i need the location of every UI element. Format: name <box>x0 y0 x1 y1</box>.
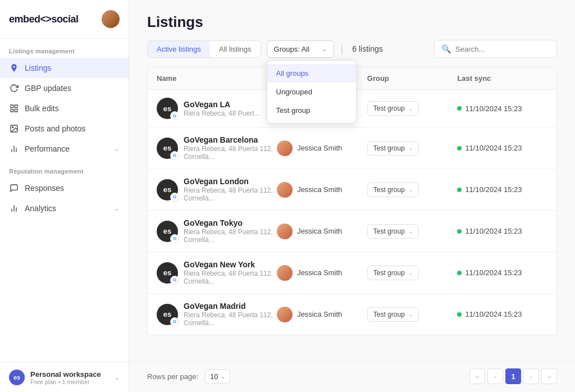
google-badge-5: G <box>170 276 179 285</box>
user-avatar[interactable] <box>102 10 120 28</box>
group-label-5: Test group <box>373 269 405 277</box>
group-cell-2: Test group ⌄ <box>367 141 458 156</box>
sidebar-item-gbp-updates[interactable]: GBP updates <box>0 78 129 98</box>
sync-cell-3: 11/10/2024 15:23 <box>457 185 547 194</box>
chart-icon <box>9 144 19 154</box>
logo-area: embed<>social <box>0 0 129 39</box>
listings-tab-group: Active listings All listings <box>147 40 261 58</box>
page-prev-btn[interactable]: ‹ <box>487 368 503 384</box>
listing-info-1: es G GoVegan LA Riera Rebeca, 48 Puert..… <box>157 98 277 119</box>
sidebar-item-responses[interactable]: Responses <box>0 178 129 198</box>
group-chevron-6: ⌄ <box>408 311 413 317</box>
group-cell-6: Test group ⌄ <box>367 307 458 322</box>
group-badge-5[interactable]: Test group ⌄ <box>367 266 419 280</box>
listing-info-2: es G GoVegan Barcelona Riera Rebeca, 48 … <box>157 135 277 161</box>
sidebar-item-analytics[interactable]: Analytics ⌄ <box>0 198 129 218</box>
sync-time-5: 11/10/2024 15:23 <box>465 268 522 277</box>
table-row: es G GoVegan Barcelona Riera Rebeca, 48 … <box>148 127 556 169</box>
refresh-icon <box>9 83 19 93</box>
listing-avatar-6: es G <box>157 304 178 325</box>
sidebar-item-listings[interactable]: Listings <box>0 58 129 78</box>
rows-per-page-label: Rows per page: <box>147 372 198 381</box>
sync-time-3: 11/10/2024 15:23 <box>465 185 522 194</box>
group-chevron-3: ⌄ <box>408 186 413 193</box>
group-badge-6[interactable]: Test group ⌄ <box>367 307 419 322</box>
page-title: Listings <box>147 13 557 31</box>
rows-per-page-select[interactable]: 10 ⌄ <box>205 370 230 384</box>
assignee-cell-4: Jessica Smith <box>277 224 367 239</box>
page-next-btn[interactable]: › <box>523 368 539 384</box>
listing-address-1: Riera Rebeca, 48 Puert... <box>184 110 259 117</box>
sidebar-item-performance-label: Performance <box>25 144 108 153</box>
section-label-reputation-mgmt: Reputation management <box>0 159 129 178</box>
assignee-avatar-5 <box>277 265 293 281</box>
listing-avatar-text-6: es <box>163 310 171 318</box>
page-num-1-btn[interactable]: 1 <box>505 368 521 384</box>
listing-avatar-text-3: es <box>163 185 171 194</box>
group-badge-4[interactable]: Test group ⌄ <box>367 224 419 239</box>
sidebar-footer[interactable]: es Personal workspace Free plan • 1 memb… <box>0 362 129 392</box>
listing-avatar-5: es G <box>157 262 178 284</box>
sidebar-nav: Listings management Listings GBP updates… <box>0 39 129 362</box>
listing-info-5: es G GoVegan New York Riera Rebeca, 48 P… <box>157 260 277 285</box>
listing-name-3: GoVegan London <box>184 177 277 186</box>
group-label-3: Test group <box>373 186 405 194</box>
assignee-cell-5: Jessica Smith <box>277 265 367 281</box>
dropdown-item-ungrouped[interactable]: Ungrouped <box>267 83 356 101</box>
footer-workspace-name: Personal workspace <box>30 370 108 379</box>
dropdown-item-test-group[interactable]: Test group <box>267 101 356 120</box>
group-badge-3[interactable]: Test group ⌄ <box>367 183 419 197</box>
listing-avatar-3: es G <box>157 179 178 200</box>
group-badge-2[interactable]: Test group ⌄ <box>367 141 419 156</box>
sidebar-item-performance[interactable]: Performance ⌄ <box>0 139 129 159</box>
sync-time-2: 11/10/2024 15:23 <box>465 144 522 152</box>
listing-avatar-text-5: es <box>163 268 171 277</box>
group-cell-4: Test group ⌄ <box>367 224 458 239</box>
sync-dot-6 <box>457 312 462 317</box>
tab-all-listings[interactable]: All listings <box>210 41 261 57</box>
listing-info-4: es G GoVegan Tokyo Riera Rebeca, 48 Puer… <box>157 218 277 244</box>
listing-text-5: GoVegan New York Riera Rebeca, 48 Puerta… <box>184 260 277 285</box>
groups-dropdown-menu: All groups Ungrouped Test group <box>267 60 357 124</box>
groups-dropdown-chevron-icon: ⌄ <box>322 45 327 53</box>
group-chevron-1: ⌄ <box>408 106 413 112</box>
toolbar-divider: | <box>341 43 344 55</box>
listing-info-3: es G GoVegan London Riera Rebeca, 48 Pue… <box>157 177 277 202</box>
sidebar-item-posts-photos[interactable]: Posts and photos <box>0 118 129 139</box>
groups-btn-label: Groups: All <box>274 45 310 53</box>
svg-point-5 <box>12 127 13 128</box>
assignee-name-6: Jessica Smith <box>297 310 342 318</box>
sidebar-item-bulk-edits[interactable]: Bulk edits <box>0 98 129 118</box>
google-badge-4: G <box>170 234 179 243</box>
svg-rect-2 <box>11 109 13 112</box>
main-content: Listings Active listings All listings Gr… <box>129 0 575 392</box>
dropdown-item-all-groups[interactable]: All groups <box>267 64 356 83</box>
group-label-1: Test group <box>373 104 405 112</box>
listing-avatar-1: es G <box>157 98 178 119</box>
col-name: Name <box>157 74 277 83</box>
groups-dropdown-button[interactable]: Groups: All ⌄ <box>267 40 334 58</box>
google-badge-3: G <box>170 193 179 202</box>
listing-name-5: GoVegan New York <box>184 260 277 269</box>
assignee-cell-3: Jessica Smith <box>277 182 367 198</box>
listing-avatar-4: es G <box>157 221 178 242</box>
sidebar-item-responses-label: Responses <box>25 184 120 193</box>
page-first-btn[interactable]: « <box>469 368 485 384</box>
pagination-bar: Rows per page: 10 ⌄ « ‹ 1 › » <box>129 360 575 392</box>
table-row: es G GoVegan London Riera Rebeca, 48 Pue… <box>148 169 556 211</box>
message-icon <box>9 183 19 193</box>
footer-plan-info: Free plan • 1 member <box>30 379 108 385</box>
image-icon <box>9 124 19 134</box>
tab-active-listings[interactable]: Active listings <box>148 41 210 57</box>
bar-chart-icon <box>9 203 19 213</box>
google-badge-6: G <box>170 317 179 326</box>
page-last-btn[interactable]: » <box>541 368 557 384</box>
app-logo: embed<>social <box>9 13 79 25</box>
assignee-cell-6: Jessica Smith <box>277 307 367 322</box>
listing-address-2: Riera Rebeca, 48 Puerta 112, Cornellà... <box>184 145 277 161</box>
listing-avatar-text-4: es <box>163 227 171 235</box>
search-input[interactable] <box>455 45 550 53</box>
group-badge-1[interactable]: Test group ⌄ <box>367 101 419 116</box>
performance-chevron-icon: ⌄ <box>114 145 120 153</box>
listing-text-1: GoVegan LA Riera Rebeca, 48 Puert... <box>184 100 259 117</box>
